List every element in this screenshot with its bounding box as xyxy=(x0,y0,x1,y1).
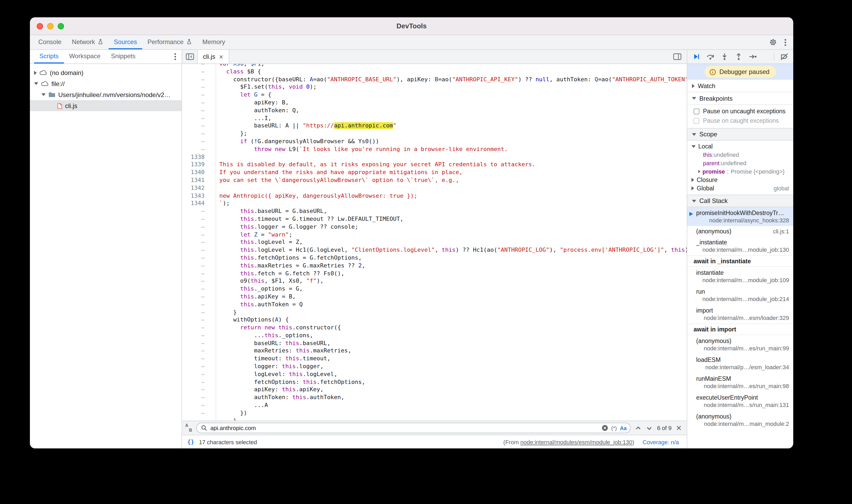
line-number[interactable]: – xyxy=(182,216,216,223)
line-number[interactable]: – xyxy=(182,347,216,355)
stack-frame[interactable]: loadESMnode:internal/p…/esm_loader:34 xyxy=(687,354,793,373)
line-number[interactable]: – xyxy=(182,410,216,417)
line-number[interactable]: 1344 xyxy=(182,200,216,208)
stack-frame[interactable]: instantiatenode:internal/m…module_job:10… xyxy=(687,267,793,286)
checkbox-icon[interactable] xyxy=(694,108,699,114)
line-number[interactable]: – xyxy=(182,371,216,379)
line-number[interactable]: – xyxy=(182,254,216,262)
tab-scripts[interactable]: Scripts xyxy=(34,50,64,64)
scope-variable[interactable]: this: undefined xyxy=(687,150,793,159)
line-number[interactable]: – xyxy=(182,270,216,278)
more-options-kebab-icon[interactable] xyxy=(784,39,786,46)
replace-toggle-icon[interactable]: AB xyxy=(185,424,192,432)
disclosure-triangle-icon[interactable] xyxy=(698,170,700,173)
code-editor[interactable]: –var Xs0, $F1;– class $B {– constructor(… xyxy=(182,64,687,420)
disclosure-triangle-icon[interactable] xyxy=(41,93,46,96)
line-number[interactable]: – xyxy=(182,247,216,254)
module-link[interactable]: node:internal/modules/esm/module_job:130 xyxy=(520,439,633,445)
tree-item-cli-js[interactable]: cli.js xyxy=(30,100,181,111)
previous-match-button[interactable] xyxy=(635,425,642,431)
stack-frame[interactable]: executeUserEntryPointnode:internal/m…s/r… xyxy=(687,392,793,411)
clear-search-icon[interactable] xyxy=(602,425,608,431)
watch-section-header[interactable]: Watch xyxy=(687,80,793,92)
line-number[interactable]: 1342 xyxy=(182,185,216,193)
line-number[interactable]: – xyxy=(182,340,216,347)
tab-network[interactable]: Network xyxy=(67,35,109,49)
scope-variable[interactable]: promise: Promise {<pending>} xyxy=(687,167,793,176)
navigator-more-kebab-icon[interactable] xyxy=(174,53,176,60)
tree-item-no-domain[interactable]: (no domain) xyxy=(30,67,181,78)
match-case-toggle[interactable]: Aa xyxy=(620,425,627,431)
line-number[interactable]: – xyxy=(182,394,216,402)
line-number[interactable]: – xyxy=(182,332,216,340)
line-number[interactable]: – xyxy=(182,355,216,363)
disclosure-triangle-icon[interactable] xyxy=(34,82,38,85)
stack-frame[interactable]: importnode:internal/m…esm/loader:329 xyxy=(687,305,793,324)
line-number[interactable]: 1339 xyxy=(182,161,216,169)
line-number[interactable]: – xyxy=(182,91,216,99)
line-number[interactable]: – xyxy=(182,107,216,115)
chevron-down-icon[interactable] xyxy=(692,200,696,202)
breakpoint-option[interactable]: Pause on uncaught exceptions xyxy=(687,106,793,116)
line-number[interactable]: – xyxy=(182,278,216,286)
line-number[interactable]: – xyxy=(182,417,216,420)
close-search-icon[interactable] xyxy=(676,425,682,431)
line-number[interactable]: – xyxy=(182,208,216,216)
line-number[interactable]: – xyxy=(182,231,216,239)
tab-memory[interactable]: Memory xyxy=(197,35,231,49)
line-number[interactable]: – xyxy=(182,146,216,154)
scope-group-global[interactable]: Globalglobal xyxy=(687,184,793,193)
line-number[interactable]: – xyxy=(182,138,216,146)
tab-workspace[interactable]: Workspace xyxy=(64,50,106,64)
line-number[interactable]: – xyxy=(182,363,216,371)
line-number[interactable]: – xyxy=(182,378,216,386)
line-number[interactable]: – xyxy=(182,386,216,394)
scope-group-local[interactable]: Local xyxy=(687,142,793,150)
stack-frame[interactable]: (anonymous)node:internal/m…es/run_main:9… xyxy=(687,335,793,354)
tab-performance[interactable]: Performance xyxy=(142,35,197,49)
stack-frame[interactable]: runnode:internal/m…module_job:214 xyxy=(687,286,793,305)
line-number[interactable]: – xyxy=(182,123,216,130)
tree-item-node-folder[interactable]: Users/jinhuilee/.nvm/versions/node/v2… xyxy=(30,89,181,100)
scope-variable[interactable]: parent: undefined xyxy=(687,159,793,167)
step-over-button[interactable] xyxy=(706,52,714,61)
resume-execution-button[interactable] xyxy=(692,52,700,61)
tab-sources[interactable]: Sources xyxy=(109,35,142,49)
line-number[interactable]: – xyxy=(182,285,216,293)
step-button[interactable] xyxy=(749,52,757,61)
checkbox-icon[interactable] xyxy=(694,118,699,124)
toggle-navigator-panel-icon[interactable] xyxy=(182,50,198,64)
close-window-button[interactable] xyxy=(37,23,43,29)
line-number[interactable]: – xyxy=(182,317,216,324)
line-number[interactable]: – xyxy=(182,402,216,410)
line-number[interactable]: – xyxy=(182,239,216,247)
line-number[interactable]: 1340 xyxy=(182,169,216,177)
line-number[interactable]: – xyxy=(182,76,216,84)
line-number[interactable]: – xyxy=(182,84,216,91)
tree-item-file-scheme[interactable]: file:// xyxy=(30,78,181,89)
editor-tab-cli-js[interactable]: cli.js xyxy=(198,50,230,64)
stack-frame[interactable]: _instantiatenode:internal/m…module_job:1… xyxy=(687,236,793,255)
line-number[interactable]: – xyxy=(182,223,216,231)
breakpoint-option[interactable]: Pause on caught exceptions xyxy=(687,116,793,125)
disclosure-triangle-icon[interactable] xyxy=(691,178,694,182)
line-number[interactable]: 1343 xyxy=(182,192,216,200)
scope-section-header[interactable]: Scope xyxy=(687,128,793,141)
deactivate-breakpoints-button[interactable] xyxy=(780,52,788,61)
minimize-window-button[interactable] xyxy=(47,23,54,29)
line-number[interactable]: – xyxy=(182,130,216,138)
line-number[interactable]: – xyxy=(182,68,216,76)
stack-frame[interactable]: (anonymous)node:internal/m…main_module:2 xyxy=(687,411,793,430)
coverage-link[interactable]: Coverage: n/a xyxy=(643,439,679,445)
chevron-right-icon[interactable] xyxy=(692,84,695,88)
stack-frame[interactable]: promiseInitHookWithDestroyTr…node:intern… xyxy=(687,207,793,226)
line-number[interactable]: 1338 xyxy=(182,154,216,161)
close-tab-icon[interactable] xyxy=(219,54,224,59)
step-out-button[interactable] xyxy=(734,52,743,61)
breakpoints-section-header[interactable]: Breakpoints xyxy=(687,92,793,105)
line-number[interactable]: – xyxy=(182,301,216,309)
zoom-window-button[interactable] xyxy=(58,23,64,29)
scope-group-closure[interactable]: Closure xyxy=(687,176,793,184)
stack-frame[interactable]: runMainESMnode:internal/m…es/run_main:98 xyxy=(687,373,793,392)
line-number[interactable]: – xyxy=(182,293,216,301)
